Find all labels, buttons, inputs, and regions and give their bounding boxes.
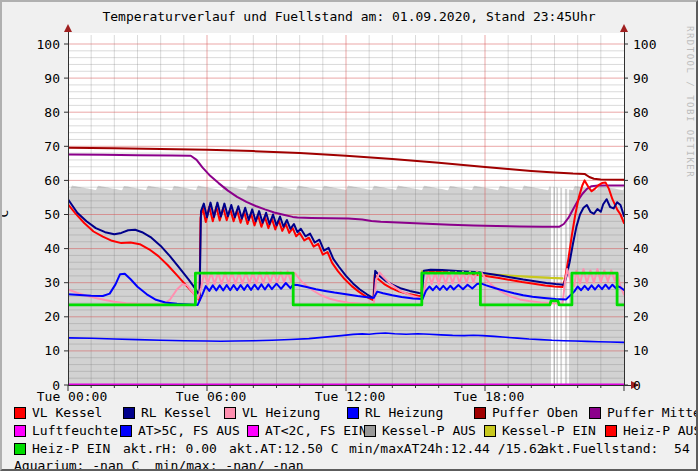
x-tick-label: Tue 06:00	[176, 389, 246, 404]
y-tick-label: 40	[44, 241, 60, 256]
plot-area: 0010102020303040405050606070708080909010…	[2, 2, 698, 471]
y-tick-label-right: 20	[633, 309, 649, 324]
y-tick-label: 90	[44, 71, 60, 86]
x-tick-label: Tue 00:00	[37, 389, 107, 404]
y-tick-label-right: 50	[633, 207, 649, 222]
x-tick-label: Tue 12:00	[315, 389, 385, 404]
y-tick-label: 70	[44, 139, 60, 154]
area-kessel-p-aus	[68, 186, 551, 386]
y-tick-label: 20	[44, 309, 60, 324]
y-axis-arrow	[64, 24, 72, 32]
y-tick-label-right: 70	[633, 139, 649, 154]
y-tick-label: 10	[44, 343, 60, 358]
y-tick-label-right: 100	[633, 37, 656, 52]
x-tick-label: Tue 18:00	[454, 389, 524, 404]
y-tick-label: 50	[44, 207, 60, 222]
y-tick-label-right: 80	[633, 105, 649, 120]
y-tick-label-right: 60	[633, 173, 649, 188]
y-tick-label: 100	[37, 37, 60, 52]
y-tick-label: 60	[44, 173, 60, 188]
rrd-graph-image: Temperaturverlauf und Fuellstand am: 01.…	[0, 0, 698, 471]
y-axis-arrow-right	[620, 24, 628, 32]
y-tick-label-right: 90	[633, 71, 649, 86]
y-tick-label-right: 10	[633, 343, 649, 358]
y-tick-label: 80	[44, 105, 60, 120]
y-tick-label-right: 30	[633, 275, 649, 290]
y-tick-label-right: 0	[633, 378, 641, 393]
y-tick-label-right: 40	[633, 241, 649, 256]
y-tick-label: 30	[44, 275, 60, 290]
